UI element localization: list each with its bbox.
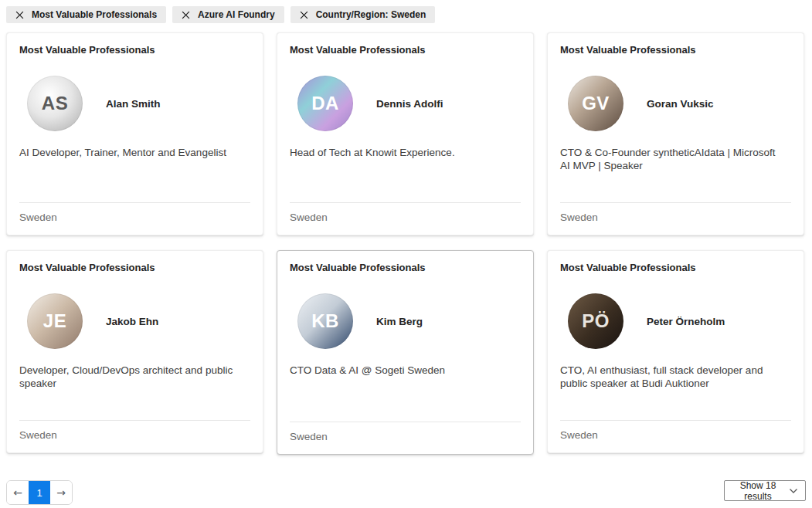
card-category: Most Valuable Professionals <box>560 262 791 273</box>
results-select-label: Show 18 results <box>732 480 784 502</box>
profile-description: CTO, AI enthusiast, full stack developer… <box>560 364 791 391</box>
mvp-profile-card-jakob-ehn[interactable]: Most Valuable Professionals JE Jakob Ehn… <box>6 250 263 453</box>
avatar: DA <box>297 76 353 131</box>
profile-description: CTO Data & AI @ Sogeti Sweden <box>290 364 521 377</box>
profile-description: AI Developer, Trainer, Mentor and Evange… <box>19 146 250 159</box>
profile-description: Head of Tech at Knowit Experience. <box>290 146 521 159</box>
card-footer: Sweden <box>19 420 250 452</box>
filter-chip-label: Azure AI Foundry <box>198 9 275 20</box>
filter-chip-label: Country/Region: Sweden <box>316 9 426 20</box>
filter-chip-most-valuable-professionals[interactable]: Most Valuable Professionals <box>6 6 166 23</box>
profile-row: KB Kim Berg <box>290 293 521 349</box>
filter-chip-label: Most Valuable Professionals <box>32 9 157 20</box>
profile-location: Sweden <box>19 203 250 235</box>
next-page-button[interactable]: → <box>50 481 72 504</box>
avatar: KB <box>297 293 353 349</box>
mvp-profile-card-goran-vuksic[interactable]: Most Valuable Professionals GV Goran Vuk… <box>547 32 804 235</box>
prev-page-button[interactable]: ← <box>7 481 29 504</box>
results-grid: Most Valuable Professionals AS Alan Smit… <box>0 23 812 455</box>
page-1-button[interactable]: 1 <box>29 481 50 504</box>
profile-location: Sweden <box>19 421 250 452</box>
profile-name: Alan Smith <box>106 98 161 110</box>
card-footer: Sweden <box>290 202 521 235</box>
arrow-left-icon: ← <box>13 486 22 499</box>
profile-row: DA Dennis Adolfi <box>290 76 521 131</box>
card-category: Most Valuable Professionals <box>19 44 250 56</box>
results-per-page-select[interactable]: Show 18 results <box>724 480 806 501</box>
bottom-bar: ← 1 → Show 18 results <box>0 480 812 505</box>
card-category: Most Valuable Professionals <box>290 262 521 273</box>
profile-location: Sweden <box>560 421 791 452</box>
card-footer: Sweden <box>560 202 791 235</box>
card-footer: Sweden <box>19 202 250 235</box>
mvp-profile-card-dennis-adolfi[interactable]: Most Valuable Professionals DA Dennis Ad… <box>277 32 534 235</box>
active-filters-bar: Most Valuable Professionals Azure AI Fou… <box>0 0 812 23</box>
chevron-down-icon <box>789 488 798 494</box>
profile-name: Goran Vuksic <box>647 98 714 110</box>
mvp-profile-card-alan-smith[interactable]: Most Valuable Professionals AS Alan Smit… <box>6 32 263 235</box>
profile-row: GV Goran Vuksic <box>560 76 791 131</box>
avatar: GV <box>568 76 623 131</box>
filter-chip-country-region-sweden[interactable]: Country/Region: Sweden <box>290 6 436 23</box>
profile-description: CTO & Co-Founder syntheticAIdata | Micro… <box>560 146 791 173</box>
pagination: ← 1 → <box>6 480 73 505</box>
dismiss-icon[interactable] <box>182 11 190 19</box>
profile-row: PÖ Peter Örneholm <box>560 293 791 349</box>
profile-name: Kim Berg <box>376 316 423 327</box>
card-footer: Sweden <box>290 422 521 454</box>
card-category: Most Valuable Professionals <box>290 44 521 56</box>
card-category: Most Valuable Professionals <box>19 262 250 273</box>
dismiss-icon[interactable] <box>15 11 24 19</box>
filter-chip-azure-ai-foundry[interactable]: Azure AI Foundry <box>172 6 284 23</box>
dismiss-icon[interactable] <box>300 11 308 19</box>
profile-row: JE Jakob Ehn <box>19 293 250 349</box>
avatar: JE <box>27 293 83 349</box>
arrow-right-icon: → <box>56 486 66 499</box>
profile-location: Sweden <box>290 422 521 454</box>
mvp-profile-card-peter-orneholm[interactable]: Most Valuable Professionals PÖ Peter Örn… <box>547 250 804 453</box>
profile-name: Peter Örneholm <box>647 316 725 327</box>
card-category: Most Valuable Professionals <box>560 44 791 56</box>
profile-name: Dennis Adolfi <box>376 98 443 110</box>
profile-location: Sweden <box>560 203 791 235</box>
mvp-profile-card-kim-berg[interactable]: Most Valuable Professionals KB Kim Berg … <box>277 250 534 455</box>
profile-name: Jakob Ehn <box>106 316 158 327</box>
card-footer: Sweden <box>560 420 791 452</box>
avatar: AS <box>27 76 83 131</box>
profile-description: Developer, Cloud/DevOps architect and pu… <box>19 364 250 391</box>
profile-location: Sweden <box>290 203 521 235</box>
profile-row: AS Alan Smith <box>19 76 250 131</box>
avatar: PÖ <box>568 293 623 349</box>
